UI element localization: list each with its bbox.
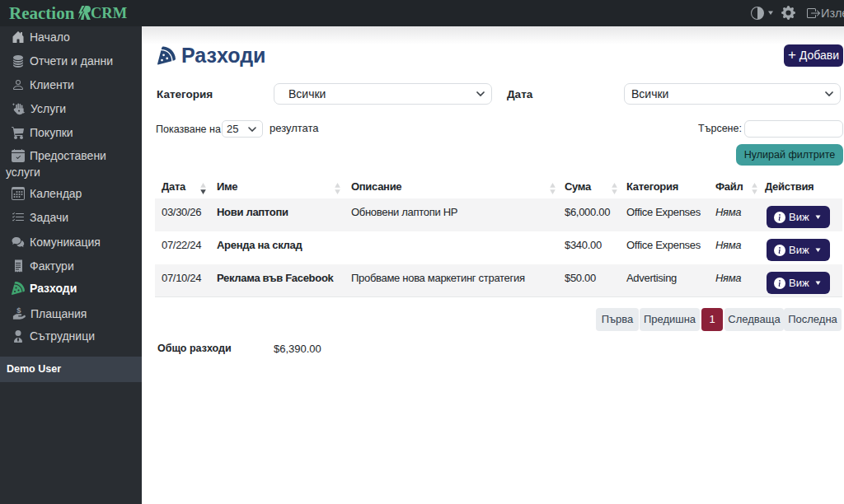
svg-text:$: $ — [16, 306, 21, 315]
